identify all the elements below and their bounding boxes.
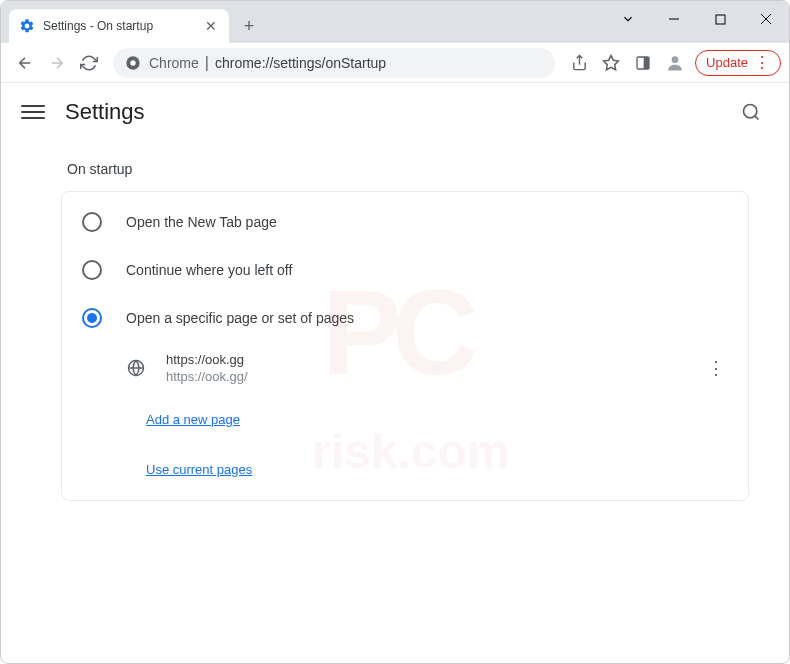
globe-icon xyxy=(126,358,146,378)
startup-card: Open the New Tab page Continue where you… xyxy=(61,191,749,501)
add-page-link[interactable]: Add a new page xyxy=(146,412,240,427)
tab-title: Settings - On startup xyxy=(43,19,203,33)
sidepanel-icon[interactable] xyxy=(627,47,659,79)
radio-icon xyxy=(82,212,102,232)
svg-rect-1 xyxy=(716,15,725,24)
profile-icon[interactable] xyxy=(659,47,691,79)
use-current-row: Use current pages xyxy=(62,444,748,494)
update-button[interactable]: Update ⋮ xyxy=(695,50,781,76)
svg-marker-7 xyxy=(604,55,619,69)
close-window-button[interactable] xyxy=(743,1,789,37)
menu-dots-icon: ⋮ xyxy=(754,55,770,71)
browser-toolbar: Chrome | chrome://settings/onStartup Upd… xyxy=(1,43,789,83)
chevron-down-icon[interactable] xyxy=(605,1,651,37)
browser-tab[interactable]: Settings - On startup ✕ xyxy=(9,9,229,43)
new-tab-button[interactable]: + xyxy=(235,12,263,40)
settings-content: On startup Open the New Tab page Continu… xyxy=(1,161,789,521)
use-current-link[interactable]: Use current pages xyxy=(146,462,252,477)
startup-page-row: https://ook.gg https://ook.gg/ ⋮ xyxy=(62,342,748,394)
svg-point-5 xyxy=(130,60,135,65)
svg-rect-9 xyxy=(644,57,649,69)
gear-icon xyxy=(19,18,35,34)
startup-page-url: https://ook.gg/ xyxy=(166,369,704,384)
radio-icon xyxy=(82,260,102,280)
section-title: On startup xyxy=(67,161,749,177)
chrome-icon xyxy=(125,55,141,71)
titlebar: Settings - On startup ✕ + xyxy=(1,1,789,43)
back-button[interactable] xyxy=(9,47,41,79)
settings-header: Settings xyxy=(1,83,789,141)
svg-line-12 xyxy=(755,116,759,120)
radio-new-tab[interactable]: Open the New Tab page xyxy=(62,198,748,246)
address-url: chrome://settings/onStartup xyxy=(215,55,386,71)
radio-continue[interactable]: Continue where you left off xyxy=(62,246,748,294)
radio-label: Open the New Tab page xyxy=(126,214,277,230)
share-icon[interactable] xyxy=(563,47,595,79)
radio-label: Open a specific page or set of pages xyxy=(126,310,354,326)
menu-icon[interactable] xyxy=(21,100,45,124)
radio-label: Continue where you left off xyxy=(126,262,292,278)
svg-point-10 xyxy=(672,56,679,63)
radio-icon xyxy=(82,308,102,328)
svg-point-11 xyxy=(744,105,757,118)
forward-button[interactable] xyxy=(41,47,73,79)
close-icon[interactable]: ✕ xyxy=(203,18,219,34)
update-label: Update xyxy=(706,55,748,70)
startup-page-title: https://ook.gg xyxy=(166,352,704,367)
address-bar[interactable]: Chrome | chrome://settings/onStartup xyxy=(113,48,555,78)
reload-button[interactable] xyxy=(73,47,105,79)
radio-specific-pages[interactable]: Open a specific page or set of pages xyxy=(62,294,748,342)
address-site: Chrome xyxy=(149,55,199,71)
maximize-button[interactable] xyxy=(697,1,743,37)
search-icon[interactable] xyxy=(733,94,769,130)
page-title: Settings xyxy=(65,99,733,125)
more-actions-icon[interactable]: ⋮ xyxy=(704,356,728,380)
minimize-button[interactable] xyxy=(651,1,697,37)
bookmark-icon[interactable] xyxy=(595,47,627,79)
add-page-row: Add a new page xyxy=(62,394,748,444)
